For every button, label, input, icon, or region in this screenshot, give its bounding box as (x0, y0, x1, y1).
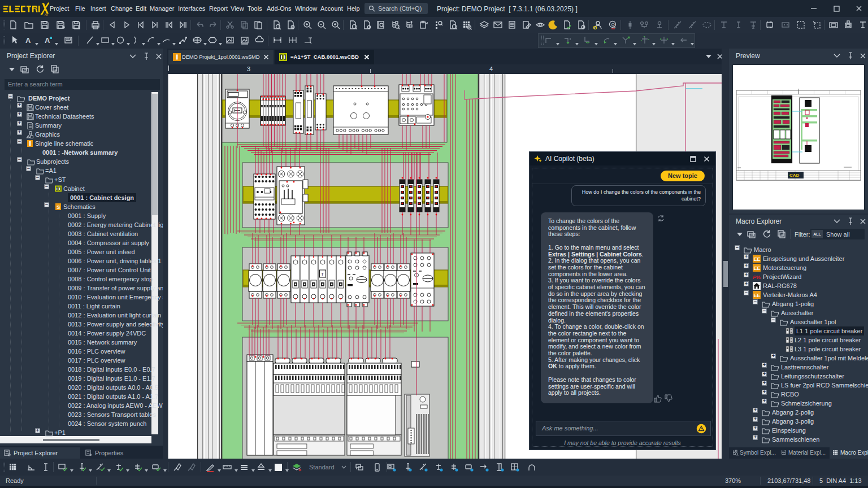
svg-text:EE: EE (754, 293, 761, 298)
svg-text:AI: AI (44, 13, 48, 16)
svg-text:EE: EE (754, 265, 761, 271)
svg-text:A: A (45, 36, 50, 45)
svg-text:A: A (25, 36, 31, 45)
svg-text:CAD: CAD (789, 173, 800, 178)
svg-text:S: S (57, 204, 60, 210)
svg-text:T: T (321, 272, 324, 277)
svg-text:PW: PW (753, 274, 761, 280)
svg-text:Q: Q (611, 22, 615, 27)
svg-text:EE: EE (754, 256, 761, 262)
